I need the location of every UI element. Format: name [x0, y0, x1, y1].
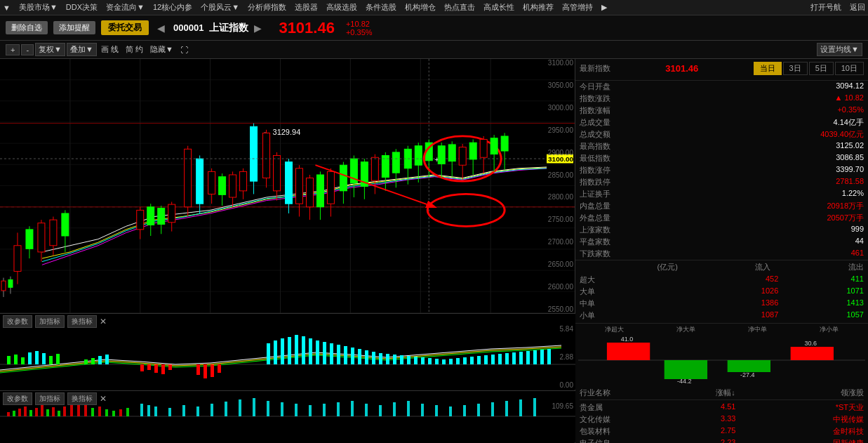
svg-rect-213	[435, 405, 438, 416]
svg-rect-144	[379, 353, 382, 364]
add-alert-button[interactable]: 添加提醒	[53, 21, 95, 34]
info-rows-section: 今日开盘 3094.12 指数涨跌 ▲ 10.82 指数涨幅 +0.35% 总成…	[575, 81, 868, 260]
svg-rect-30	[147, 207, 154, 225]
flow-table-header: (亿元) 流入 流出	[580, 262, 864, 272]
svg-rect-145	[386, 354, 389, 364]
svg-rect-190	[126, 408, 129, 416]
menu-item-ddx[interactable]: DDX决策	[66, 2, 98, 13]
fuquan-dropdown[interactable]: 复权▼	[35, 43, 65, 56]
sub2-add-indicator-button[interactable]: 加指标	[35, 392, 65, 405]
svg-rect-107	[7, 356, 11, 364]
menu-item-capital-flow[interactable]: 资金流向▼	[106, 2, 145, 13]
menu-item-inst-recommend[interactable]: 机构推荐	[523, 2, 554, 13]
svg-rect-127	[218, 364, 221, 373]
svg-text:30.6: 30.6	[805, 340, 817, 347]
svg-rect-134	[309, 338, 312, 364]
svg-rect-113	[49, 356, 53, 364]
index-tabs: 当日 3日 5日 10日	[754, 62, 864, 75]
hide-button[interactable]: 隐藏▼	[147, 44, 176, 55]
tab-today[interactable]: 当日	[754, 62, 782, 75]
menu-item-hotspot[interactable]: 热点直击	[444, 2, 475, 13]
svg-rect-204	[309, 405, 312, 416]
menu-item-home[interactable]: ▼	[3, 4, 11, 12]
svg-rect-108	[14, 355, 18, 364]
menu-item-analyst[interactable]: 分析师指数	[248, 2, 286, 13]
info-row-outer: 外盘总量 20507万手	[580, 212, 864, 224]
svg-rect-141	[358, 349, 361, 364]
sub-close-button[interactable]: ✕	[100, 315, 107, 328]
fullscreen-button[interactable]: ⛶	[178, 46, 191, 54]
svg-rect-188	[112, 411, 115, 416]
info-row-open: 今日开盘 3094.12	[580, 81, 864, 93]
menu-item-core[interactable]: 12核心内参	[153, 2, 192, 13]
svg-rect-164	[519, 352, 523, 364]
simple-mode-button[interactable]: 简 约	[123, 44, 146, 55]
svg-rect-159	[484, 355, 488, 364]
info-row-flat-count: 平盘家数 44	[580, 236, 864, 248]
overlay-dropdown[interactable]: 叠加▼	[67, 43, 97, 56]
svg-rect-186	[98, 406, 101, 416]
menu-item-us-market[interactable]: 美股市场▼	[19, 2, 58, 13]
svg-text:3100.00: 3100.00	[548, 155, 573, 163]
industry-table-header: 行业名称 涨幅↓ 领涨股	[580, 388, 864, 400]
tab-10day[interactable]: 10日	[835, 62, 864, 75]
header-bar: 删除自选 添加提醒 委托交易 ◀ 000001 上证指数 ▶ 3101.46 +…	[0, 15, 868, 41]
svg-rect-226	[728, 360, 770, 372]
stock-change: +10.82 +0.35%	[346, 20, 373, 37]
menu-item-adv-screener[interactable]: 高级选股	[326, 2, 357, 13]
tab-3day[interactable]: 3日	[783, 62, 808, 75]
info-row-amount: 总成交额 4039.40亿元	[580, 128, 864, 140]
chart-panel: 3100.00 3050.00 3000.00 2950.00 2900.00 …	[0, 59, 575, 443]
sub2-close-button[interactable]: ✕	[100, 392, 107, 405]
candlestick-chart[interactable]: ← 3129.94	[0, 59, 575, 313]
svg-rect-208	[365, 404, 368, 416]
svg-rect-167	[540, 350, 544, 364]
main-chart[interactable]: 3100.00 3050.00 3000.00 2950.00 2900.00 …	[0, 59, 575, 313]
svg-rect-57	[295, 168, 302, 204]
draw-line-button[interactable]: 画 线	[98, 44, 121, 55]
sub2-modify-params-button[interactable]: 改参数	[3, 392, 32, 405]
info-row-down-count: 下跌家数 461	[580, 248, 864, 260]
trade-button[interactable]: 委托交易	[101, 20, 149, 35]
svg-rect-129	[274, 340, 277, 364]
sub-add-indicator-button[interactable]: 加指标	[35, 315, 65, 328]
info-row-high: 最高指数 3125.02	[580, 140, 864, 152]
del-watchlist-button[interactable]: 删除自选	[6, 21, 48, 34]
sub2-switch-indicator-button[interactable]: 换指标	[67, 392, 97, 405]
menu-item-growth[interactable]: 高成长性	[483, 2, 514, 13]
svg-rect-46	[240, 171, 247, 190]
svg-rect-196	[196, 406, 199, 416]
zoom-in-button[interactable]: +	[6, 44, 20, 55]
svg-rect-135	[316, 340, 319, 364]
next-stock-button[interactable]: ▶	[254, 22, 262, 34]
sub-switch-indicator-button[interactable]: 换指标	[67, 315, 97, 328]
menu-item-inst-buy[interactable]: 机构增仓	[405, 2, 436, 13]
sub-modify-params-button[interactable]: 改参数	[3, 315, 32, 328]
svg-rect-130	[281, 338, 284, 364]
svg-rect-158	[477, 356, 481, 364]
zoom-out-button[interactable]: -	[21, 44, 34, 55]
menu-item-cond-screener[interactable]: 条件选股	[366, 2, 396, 13]
index-info-section: 最新指数 3101.46 当日 3日 5日 10日	[575, 59, 868, 81]
svg-rect-194	[168, 408, 171, 416]
menu-item-more[interactable]: ▶	[601, 3, 607, 12]
svg-rect-199	[239, 399, 241, 416]
svg-rect-28	[137, 210, 144, 229]
tab-5day[interactable]: 5日	[809, 62, 834, 75]
svg-rect-216	[477, 404, 480, 416]
menu-item-mgmt-buy[interactable]: 高管增持	[562, 2, 593, 13]
set-ma-dropdown[interactable]: 设置均线▼	[817, 43, 862, 56]
svg-rect-210	[393, 402, 396, 416]
svg-rect-193	[154, 406, 157, 416]
sub-toolbar-left: 改参数 加指标 换指标 ✕	[3, 315, 107, 328]
svg-rect-90	[438, 146, 445, 164]
menu-item-screener[interactable]: 选股器	[295, 2, 318, 13]
svg-rect-176	[35, 408, 38, 416]
svg-rect-142	[365, 350, 368, 364]
prev-stock-button[interactable]: ◀	[154, 22, 168, 34]
svg-rect-220	[533, 398, 536, 416]
menu-item-open-nav[interactable]: 打开号航	[810, 2, 841, 13]
svg-rect-123	[168, 364, 172, 370]
menu-item-stock-trend[interactable]: 个股风云▼	[201, 2, 239, 13]
menu-item-back[interactable]: 返回	[850, 2, 865, 13]
